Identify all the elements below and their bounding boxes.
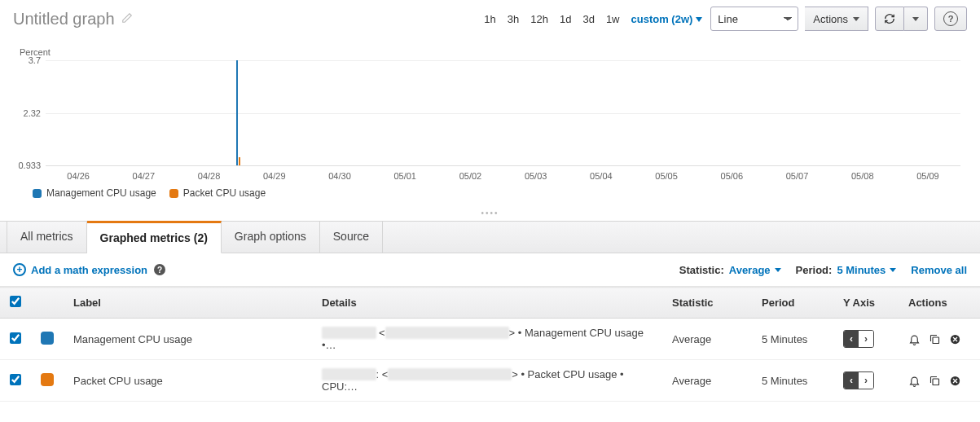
- svg-marker-0: [696, 17, 702, 22]
- col-details: Details: [312, 288, 662, 319]
- yaxis-toggle[interactable]: ‹ ›: [843, 330, 874, 348]
- row-statistic[interactable]: Average: [662, 319, 752, 360]
- col-period: Period: [752, 288, 833, 319]
- row-checkbox[interactable]: [10, 374, 21, 385]
- delete-icon[interactable]: [949, 375, 961, 387]
- graph-title: Untitled graph: [13, 10, 115, 29]
- y-tick: 0.933: [13, 160, 41, 170]
- color-swatch-icon[interactable]: [41, 373, 54, 386]
- chart-legend: Management CPU usage Packet CPU usage: [33, 187, 960, 199]
- row-statistic[interactable]: Average: [662, 360, 752, 402]
- chevron-down-icon: [890, 268, 896, 272]
- series-spike-blue: [236, 60, 238, 165]
- col-actions: Actions: [899, 288, 980, 319]
- y-axis-title: Percent: [20, 47, 960, 57]
- add-math-expression-link[interactable]: Add a math expression: [31, 264, 147, 276]
- table-row: Management CPU usage xxxxxxxxx <0000a0ed…: [0, 319, 980, 360]
- yaxis-toggle[interactable]: ‹ ›: [843, 371, 874, 389]
- metrics-table: Label Details Statistic Period Y Axis Ac…: [0, 287, 980, 402]
- drag-handle-icon[interactable]: ••••: [0, 205, 980, 221]
- help-button[interactable]: ?: [934, 7, 967, 31]
- tab-graphed-metrics[interactable]: Graphed metrics (2): [87, 221, 222, 253]
- tab-graph-options[interactable]: Graph options: [222, 222, 320, 253]
- chart-type-select[interactable]: Line: [710, 7, 798, 31]
- yaxis-left-icon[interactable]: ‹: [844, 331, 859, 347]
- chart-area: Percent 3.7 2.32 0.933 04/26 04/27 04/28…: [0, 34, 980, 205]
- help-icon: ?: [943, 11, 958, 26]
- range-3d[interactable]: 3d: [582, 13, 594, 25]
- time-range-picker: 1h 3h 12h 1d 3d 1w custom (2w): [484, 13, 702, 25]
- actions-button[interactable]: Actions: [805, 7, 868, 31]
- refresh-button[interactable]: [875, 7, 904, 31]
- yaxis-left-icon[interactable]: ‹: [844, 372, 859, 389]
- col-yaxis: Y Axis: [833, 288, 899, 319]
- row-details: xxxxxxxxx <0000a0ede0de0d0a00ca> • Manag…: [312, 319, 662, 360]
- row-label[interactable]: Packet CPU usage: [64, 360, 312, 402]
- series-spike-orange: [239, 157, 240, 165]
- svg-rect-1: [933, 337, 939, 344]
- tab-source[interactable]: Source: [320, 222, 383, 253]
- row-label[interactable]: Management CPU usage: [64, 319, 312, 360]
- table-row: Packet CPU usage xxxxxxxxx: <0000a0ede0d…: [0, 360, 980, 402]
- select-all-checkbox[interactable]: [10, 296, 21, 307]
- yaxis-right-icon[interactable]: ›: [859, 372, 873, 389]
- chevron-down-icon: [775, 268, 781, 272]
- row-checkbox[interactable]: [10, 332, 21, 344]
- col-label: Label: [64, 288, 312, 319]
- legend-swatch-icon: [169, 189, 178, 198]
- legend-swatch-icon: [33, 189, 42, 198]
- range-12h[interactable]: 12h: [530, 13, 548, 25]
- color-swatch-icon[interactable]: [41, 332, 54, 345]
- delete-icon[interactable]: [949, 333, 961, 345]
- legend-item[interactable]: Management CPU usage: [33, 187, 156, 199]
- tab-all-metrics[interactable]: All metrics: [7, 222, 87, 253]
- plus-icon: +: [13, 263, 26, 276]
- legend-item[interactable]: Packet CPU usage: [169, 187, 266, 199]
- info-icon[interactable]: ?: [154, 264, 165, 275]
- chart-plot[interactable]: 3.7 2.32 0.933: [46, 60, 960, 166]
- range-1w[interactable]: 1w: [606, 13, 620, 25]
- col-statistic: Statistic: [662, 288, 752, 319]
- yaxis-right-icon[interactable]: ›: [859, 331, 873, 347]
- tab-bar: All metrics Graphed metrics (2) Graph op…: [0, 221, 980, 253]
- remove-all-link[interactable]: Remove all: [911, 264, 967, 276]
- row-details: xxxxxxxxx: <0000a0ede0de0d0a00ca> • Pack…: [312, 360, 662, 402]
- period-selector[interactable]: Period: 5 Minutes: [796, 264, 897, 276]
- row-period[interactable]: 5 Minutes: [752, 319, 833, 360]
- range-3h[interactable]: 3h: [508, 13, 519, 25]
- caret-down-icon: [853, 17, 859, 21]
- range-1d[interactable]: 1d: [560, 13, 571, 25]
- svg-rect-3: [933, 379, 939, 385]
- bell-icon[interactable]: [908, 333, 921, 345]
- duplicate-icon[interactable]: [929, 333, 941, 345]
- refresh-dropdown-button[interactable]: [904, 7, 928, 31]
- y-tick: 2.32: [13, 108, 41, 118]
- y-tick: 3.7: [13, 55, 41, 65]
- range-custom[interactable]: custom (2w): [631, 13, 703, 25]
- pencil-icon[interactable]: [121, 12, 133, 26]
- duplicate-icon[interactable]: [929, 375, 941, 387]
- range-1h[interactable]: 1h: [484, 13, 495, 25]
- bell-icon[interactable]: [908, 375, 921, 387]
- caret-down-icon: [912, 17, 919, 21]
- statistic-selector[interactable]: Statistic: Average: [679, 264, 781, 276]
- row-period[interactable]: 5 Minutes: [752, 360, 833, 402]
- x-axis: 04/26 04/27 04/28 04/29 04/30 05/01 05/0…: [46, 166, 960, 181]
